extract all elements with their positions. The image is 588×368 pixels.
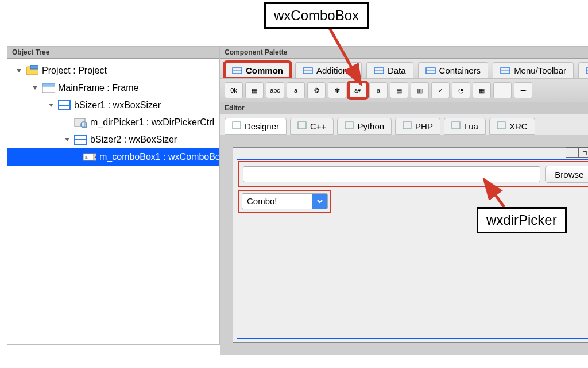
palette-tab-icon bbox=[586, 67, 588, 75]
editor-tab-icon bbox=[232, 121, 241, 131]
right-column: Component Palette CommonAdditionalDataCo… bbox=[220, 47, 588, 344]
palette-tab[interactable]: Data bbox=[366, 62, 413, 78]
editor-tab[interactable]: C++ bbox=[290, 118, 334, 135]
editor-panel: DesignerC++PythonPHPLuaXRC _ □ X Browse bbox=[220, 114, 588, 355]
annotation-label: wxComboBox bbox=[264, 2, 369, 29]
sizer-icon bbox=[74, 135, 87, 145]
tree-item-label: Project : Project bbox=[42, 66, 107, 76]
palette-tab-icon bbox=[303, 67, 313, 75]
palette-tab[interactable]: Menu/Toolbar bbox=[493, 62, 574, 78]
editor-tab-icon bbox=[497, 121, 506, 131]
object-tree-panel: Object Tree Project : ProjectMainFrame :… bbox=[7, 47, 220, 344]
disclosure-triangle-icon[interactable] bbox=[48, 102, 55, 109]
designer-canvas[interactable]: _ □ X Browse Combo! bbox=[220, 135, 588, 355]
disclosure-triangle-icon[interactable] bbox=[32, 85, 38, 91]
annotation-arrow-icon bbox=[322, 24, 368, 87]
tool-8[interactable]: a bbox=[369, 82, 388, 98]
editor-tabs: DesignerC++PythonPHPLuaXRC bbox=[220, 114, 588, 135]
editor-header: Editor bbox=[220, 102, 588, 114]
minimize-button[interactable]: _ bbox=[566, 147, 578, 158]
label-abc-icon[interactable]: abc bbox=[266, 82, 284, 98]
editor-tab-label: XRC bbox=[509, 121, 528, 131]
editor-tab-icon bbox=[403, 121, 412, 131]
disclosure-triangle-icon[interactable] bbox=[64, 136, 71, 143]
gauge-icon[interactable]: ◔ bbox=[452, 82, 470, 98]
project-icon bbox=[26, 66, 38, 76]
slider-icon[interactable]: ⊷ bbox=[514, 82, 532, 98]
svg-rect-5 bbox=[42, 83, 55, 86]
checkbox-icon[interactable]: ✓ bbox=[431, 82, 450, 98]
mock-window: _ □ X Browse Combo! bbox=[233, 147, 588, 343]
tree-item-label: m_comboBox1 : wxComboBox bbox=[99, 152, 219, 162]
editor-tab-label: Python bbox=[357, 121, 384, 131]
svg-rect-31 bbox=[403, 122, 411, 129]
image-icon[interactable]: ▦ bbox=[245, 82, 264, 98]
tree-item[interactable]: bSizer1 : wxBoxSizer bbox=[7, 97, 219, 114]
annotation-wxdirpicker: wxdirPicker bbox=[477, 207, 567, 233]
palette-tab-icon bbox=[500, 67, 510, 75]
combobox-text[interactable]: Combo! bbox=[242, 194, 312, 209]
annotation-label: wxdirPicker bbox=[477, 207, 567, 233]
tree-item[interactable]: Project : Project bbox=[7, 62, 219, 79]
tree-item[interactable]: m_dirPicker1 : wxDirPickerCtrl bbox=[7, 114, 219, 131]
vsplit-icon[interactable]: ▥ bbox=[411, 82, 429, 98]
dirpicker-icon bbox=[74, 117, 87, 128]
svg-text:a: a bbox=[85, 155, 88, 160]
palette-tab[interactable]: Common bbox=[225, 62, 291, 78]
editor-tab[interactable]: Lua bbox=[444, 118, 486, 135]
editor-tab-icon bbox=[345, 121, 354, 131]
object-tree-header: Object Tree bbox=[7, 47, 219, 59]
palette-tab-label: Data bbox=[388, 66, 406, 75]
editor-tab-icon bbox=[451, 121, 461, 131]
component-palette: CommonAdditionalDataContainersMenu/Toolb… bbox=[220, 59, 588, 102]
tree-item[interactable]: bSizer2 : wxBoxSizer bbox=[7, 131, 219, 148]
svg-rect-32 bbox=[452, 122, 460, 129]
editor-tab-label: PHP bbox=[415, 121, 433, 131]
button-ok-icon[interactable]: 0k bbox=[225, 82, 243, 98]
palette-tabs: CommonAdditionalDataContainersMenu/Toolb… bbox=[220, 59, 588, 78]
editor-tab[interactable]: XRC bbox=[489, 118, 535, 135]
tree-item-label: bSizer2 : wxBoxSizer bbox=[90, 135, 177, 145]
textbox-icon[interactable]: a bbox=[287, 82, 305, 98]
mock-window-body: Browse Combo! bbox=[237, 159, 588, 339]
combobox[interactable]: Combo! bbox=[242, 193, 328, 209]
editor-tab-label: Lua bbox=[464, 121, 478, 131]
tree-item-label: bSizer1 : wxBoxSizer bbox=[74, 100, 161, 110]
tree-item-label: MainFrame : Frame bbox=[58, 83, 138, 93]
palette-tab[interactable]: Containers bbox=[418, 62, 489, 78]
annotation-wxcombobox: wxComboBox bbox=[264, 2, 369, 29]
editor-tab[interactable]: Python bbox=[337, 118, 392, 135]
tree-item[interactable]: am_comboBox1 : wxComboBox bbox=[7, 148, 219, 166]
combobox-ctrl[interactable]: Combo! bbox=[238, 190, 331, 213]
chevron-down-icon[interactable] bbox=[312, 194, 327, 209]
palette-header: Component Palette bbox=[220, 47, 588, 59]
palette-tab-icon bbox=[374, 67, 384, 75]
editor-tab-label: Designer bbox=[245, 121, 279, 131]
palette-tab-label: Menu/Toolbar bbox=[514, 66, 566, 75]
frame-icon bbox=[42, 83, 55, 93]
svg-rect-29 bbox=[298, 122, 306, 129]
editor-tab[interactable]: PHP bbox=[395, 118, 440, 135]
editor-tab[interactable]: Designer bbox=[225, 118, 287, 135]
disclosure-triangle-icon[interactable] bbox=[16, 67, 22, 74]
tree-item[interactable]: MainFrame : Frame bbox=[7, 79, 219, 97]
palette-tab[interactable]: L bbox=[578, 62, 588, 78]
palette-tab-label: Common bbox=[246, 66, 283, 75]
svg-line-1 bbox=[486, 182, 504, 207]
svg-rect-30 bbox=[345, 122, 353, 129]
editor-tab-label: C++ bbox=[310, 121, 326, 131]
svg-rect-33 bbox=[497, 122, 505, 129]
annotation-arrow-icon bbox=[481, 178, 516, 210]
object-tree[interactable]: Project : ProjectMainFrame : FramebSizer… bbox=[7, 59, 219, 344]
hsplit-icon[interactable]: ▤ bbox=[390, 82, 408, 98]
disclosure-triangle-icon[interactable] bbox=[64, 119, 71, 126]
editor-tab-icon bbox=[297, 121, 307, 131]
tree-item-label: m_dirPicker1 : wxDirPickerCtrl bbox=[90, 117, 214, 128]
sizer-icon bbox=[58, 100, 71, 110]
maximize-button[interactable]: □ bbox=[578, 147, 588, 158]
grid-icon[interactable]: ▦ bbox=[473, 82, 491, 98]
browse-button[interactable]: Browse bbox=[545, 166, 588, 183]
divider-icon[interactable]: — bbox=[493, 82, 512, 98]
dir-picker-ctrl[interactable]: Browse bbox=[238, 161, 588, 187]
svg-rect-28 bbox=[233, 122, 241, 129]
